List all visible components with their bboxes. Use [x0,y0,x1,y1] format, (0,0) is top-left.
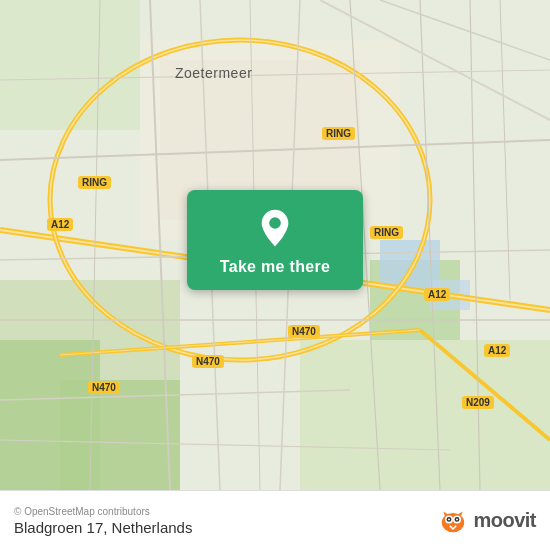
moovit-brand-icon [437,505,469,537]
take-me-there-button[interactable]: Take me there [220,258,330,276]
n470-label-3: N470 [288,325,320,338]
map-container: Zoetermeer RING RING RING A12 A12 A12 N4… [0,0,550,490]
a12-label-1: A12 [47,218,73,231]
moovit-brand-text: moovit [473,509,536,532]
svg-rect-3 [300,340,550,490]
copyright-text: © OpenStreetMap contributors [14,506,192,517]
svg-point-36 [269,217,281,229]
bottom-left: © OpenStreetMap contributors Bladgroen 1… [14,506,192,536]
n209-label: N209 [462,396,494,409]
n470-label-2: N470 [192,355,224,368]
n470-label-1: N470 [88,381,120,394]
ring-label-2: RING [322,127,355,140]
svg-text:Zoetermeer: Zoetermeer [175,65,252,81]
svg-point-43 [456,518,458,520]
ring-label-3: RING [370,226,403,239]
ring-label-1: RING [78,176,111,189]
location-pin-icon [255,208,295,248]
moovit-logo: moovit [437,505,536,537]
green-card[interactable]: Take me there [187,190,363,290]
svg-rect-2 [0,0,140,130]
a12-label-2: A12 [424,288,450,301]
location-name: Bladgroen 17, Netherlands [14,519,192,536]
bottom-bar: © OpenStreetMap contributors Bladgroen 1… [0,490,550,550]
a12-label-3: A12 [484,344,510,357]
svg-point-42 [448,518,450,520]
take-me-there-overlay[interactable]: Take me there [187,190,363,290]
